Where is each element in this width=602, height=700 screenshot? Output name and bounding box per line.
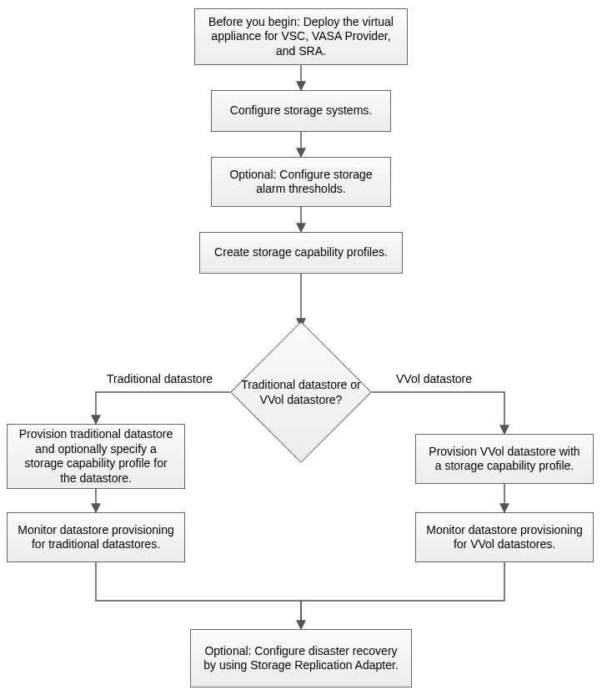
flowchart-canvas: Before you begin: Deploy the virtual app…: [0, 0, 602, 700]
node-monitor-traditional: Monitor datastore provisioning for tradi…: [7, 512, 185, 562]
node-provision-vvol: Provision VVol datastore with a storage …: [415, 434, 594, 484]
node-deploy-appliance: Before you begin: Deploy the virtual app…: [194, 8, 408, 65]
node-monitor-vvol: Monitor datastore provisioning for VVol …: [415, 512, 594, 562]
node-configure-storage: Configure storage systems.: [211, 90, 391, 132]
node-configure-alarm-thresholds: Optional: Configure storage alarm thresh…: [211, 157, 391, 207]
edge-label-vvol: VVol datastore: [396, 372, 472, 385]
edge-label-traditional: Traditional datastore: [107, 372, 213, 385]
decision-text: Traditional datastore or VVol datastore?: [234, 378, 368, 407]
node-provision-traditional: Provision traditional datastore and opti…: [7, 424, 185, 489]
decision-datastore-type: Traditional datastore or VVol datastore?: [251, 342, 351, 442]
node-configure-disaster-recovery: Optional: Configure disaster recovery by…: [190, 629, 412, 687]
node-create-capability-profiles: Create storage capability profiles.: [199, 232, 403, 274]
